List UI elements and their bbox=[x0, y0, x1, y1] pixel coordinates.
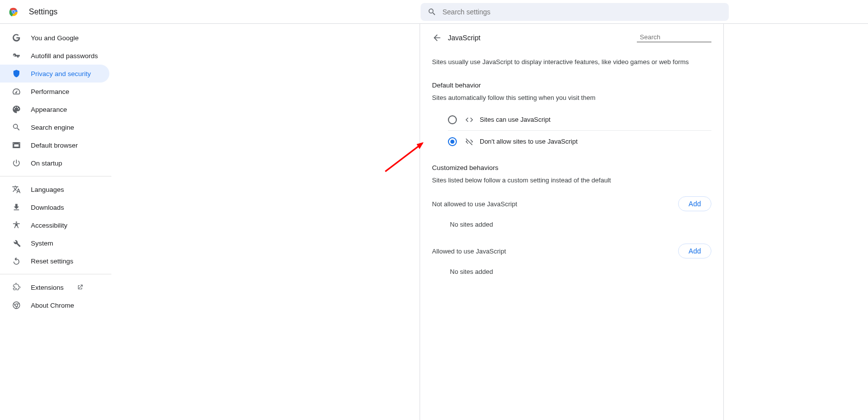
default-behavior-sub: Sites automatically follow this setting … bbox=[432, 94, 711, 101]
sidebar-item-label: You and Google bbox=[31, 34, 79, 42]
translate-icon bbox=[12, 185, 21, 194]
speedometer-icon bbox=[12, 87, 21, 96]
allowed-list-header: Allowed to use JavaScript Add bbox=[432, 238, 711, 264]
code-icon bbox=[465, 115, 474, 124]
key-icon bbox=[12, 51, 21, 60]
sidebar-item-label: Search engine bbox=[31, 124, 74, 131]
customized-behaviors-sub: Sites listed below follow a custom setti… bbox=[432, 176, 711, 184]
sidebar-item-reset[interactable]: Reset settings bbox=[0, 252, 109, 270]
add-allowed-site-button[interactable]: Add bbox=[678, 244, 711, 258]
power-icon bbox=[12, 159, 21, 168]
sidebar-item-performance[interactable]: Performance bbox=[0, 83, 109, 100]
svg-point-3 bbox=[12, 10, 14, 12]
sidebar-divider bbox=[0, 274, 111, 274]
panel-title: JavaScript bbox=[448, 34, 480, 42]
sidebar-item-extensions[interactable]: Extensions bbox=[0, 278, 109, 296]
settings-sidebar: You and Google Autofill and passwords Pr… bbox=[0, 24, 111, 420]
settings-detail-panel: JavaScript Sites usually use JavaScript … bbox=[420, 24, 724, 420]
browser-icon bbox=[12, 141, 21, 150]
sidebar-item-system[interactable]: System bbox=[0, 234, 109, 252]
chrome-logo-icon bbox=[8, 6, 19, 17]
panel-search[interactable] bbox=[637, 33, 711, 42]
sidebar-item-label: System bbox=[31, 240, 53, 247]
sidebar-item-label: Default browser bbox=[31, 142, 78, 149]
add-blocked-site-button[interactable]: Add bbox=[678, 196, 711, 211]
sidebar-item-accessibility[interactable]: Accessibility bbox=[0, 216, 109, 234]
sidebar-item-label: Extensions bbox=[31, 284, 64, 291]
sidebar-item-default-browser[interactable]: Default browser bbox=[0, 136, 109, 154]
default-behavior-heading: Default behavior bbox=[432, 82, 711, 89]
sidebar-item-label: Autofill and passwords bbox=[31, 52, 98, 60]
sidebar-item-label: Performance bbox=[31, 88, 69, 95]
blocked-list-heading: Not allowed to use JavaScript bbox=[432, 200, 517, 208]
allowed-list-empty: No sites added bbox=[432, 264, 711, 285]
code-off-icon bbox=[465, 137, 474, 146]
sidebar-item-downloads[interactable]: Downloads bbox=[0, 198, 109, 216]
app-header: Settings bbox=[0, 0, 868, 24]
sidebar-item-on-startup[interactable]: On startup bbox=[0, 154, 109, 172]
sidebar-item-privacy[interactable]: Privacy and security bbox=[0, 65, 109, 83]
extension-icon bbox=[12, 283, 21, 292]
sidebar-item-label: Reset settings bbox=[31, 257, 74, 265]
radio-label: Sites can use JavaScript bbox=[480, 116, 550, 123]
sidebar-item-languages[interactable]: Languages bbox=[0, 180, 109, 198]
search-icon bbox=[12, 123, 21, 132]
back-arrow-icon[interactable] bbox=[432, 33, 442, 43]
allowed-list-heading: Allowed to use JavaScript bbox=[432, 248, 506, 255]
sidebar-item-appearance[interactable]: Appearance bbox=[0, 100, 109, 118]
search-settings-input[interactable] bbox=[442, 8, 722, 16]
sidebar-item-label: Accessibility bbox=[31, 222, 68, 229]
panel-search-input[interactable] bbox=[640, 33, 723, 42]
sidebar-item-label: On startup bbox=[31, 160, 62, 167]
radio-option-allow-js[interactable]: Sites can use JavaScript bbox=[448, 108, 711, 130]
center-area bbox=[111, 24, 420, 420]
sidebar-item-you-and-google[interactable]: You and Google bbox=[0, 29, 109, 47]
sidebar-divider bbox=[0, 176, 111, 176]
reset-icon bbox=[12, 256, 21, 265]
radio-label: Don't allow sites to use JavaScript bbox=[480, 138, 578, 145]
sidebar-item-label: Privacy and security bbox=[31, 70, 91, 78]
shield-icon bbox=[12, 69, 21, 78]
sidebar-item-label: Downloads bbox=[31, 204, 64, 211]
sidebar-item-about[interactable]: About Chrome bbox=[0, 296, 109, 314]
right-gutter bbox=[724, 24, 868, 420]
google-g-icon bbox=[12, 33, 21, 42]
radio-icon bbox=[448, 115, 457, 124]
download-icon bbox=[12, 203, 21, 212]
radio-option-block-js[interactable]: Don't allow sites to use JavaScript bbox=[448, 130, 711, 152]
external-link-icon bbox=[77, 284, 84, 291]
page-title: Settings bbox=[29, 7, 58, 16]
search-icon bbox=[428, 7, 436, 16]
radio-icon bbox=[448, 137, 457, 146]
blocked-list-empty: No sites added bbox=[432, 217, 711, 238]
customized-behaviors-heading: Customized behaviors bbox=[432, 164, 711, 171]
sidebar-item-search-engine[interactable]: Search engine bbox=[0, 118, 109, 136]
panel-intro-text: Sites usually use JavaScript to display … bbox=[432, 58, 711, 67]
search-settings-bar[interactable] bbox=[421, 3, 729, 21]
chrome-outline-icon bbox=[12, 301, 21, 310]
palette-icon bbox=[12, 105, 21, 114]
sidebar-item-label: Appearance bbox=[31, 106, 67, 113]
sidebar-item-label: Languages bbox=[31, 186, 64, 193]
wrench-icon bbox=[12, 239, 21, 248]
sidebar-item-autofill[interactable]: Autofill and passwords bbox=[0, 47, 109, 65]
accessibility-icon bbox=[12, 221, 21, 230]
blocked-list-header: Not allowed to use JavaScript Add bbox=[432, 191, 711, 217]
sidebar-item-label: About Chrome bbox=[31, 302, 74, 309]
